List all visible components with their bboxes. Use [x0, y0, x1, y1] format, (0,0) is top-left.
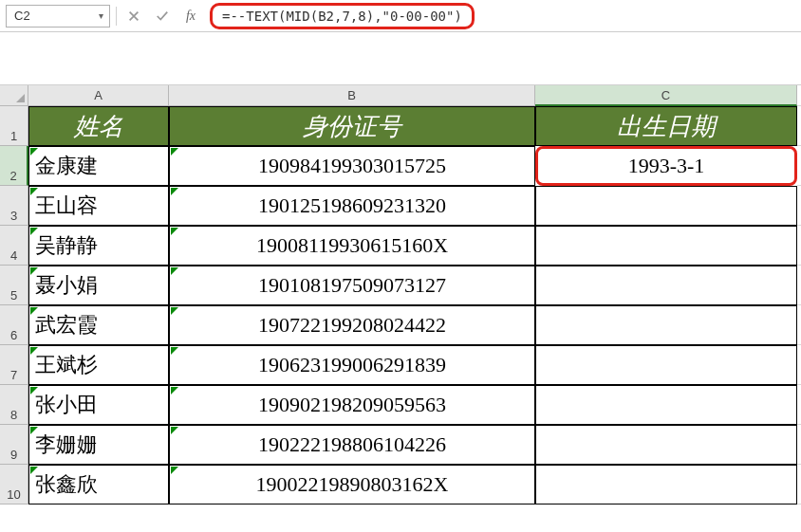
formula-bar: C2 ▾ fx =--TEXT(MID(B2,7,8),"0-00-00"): [0, 0, 801, 32]
row-head-4[interactable]: 4: [0, 226, 28, 266]
cell-B5[interactable]: 190108197509073127: [169, 266, 535, 305]
row-head-1[interactable]: 1: [0, 106, 28, 146]
cell-B3[interactable]: 190125198609231320: [169, 186, 535, 226]
cell-A5[interactable]: 聂小娟: [28, 266, 169, 305]
cell-C9[interactable]: [535, 425, 797, 465]
row-tail: [797, 266, 801, 305]
header-name[interactable]: 姓名: [28, 106, 169, 146]
header-id[interactable]: 身份证号: [169, 106, 535, 146]
row-head-8[interactable]: 8: [0, 385, 28, 425]
name-box-text: C2: [10, 9, 97, 23]
name-box[interactable]: C2 ▾: [6, 5, 110, 28]
cell-A10[interactable]: 张鑫欣: [28, 465, 169, 504]
row-head-2[interactable]: 2: [0, 146, 28, 186]
cell-C8[interactable]: [535, 385, 797, 425]
cell-C5[interactable]: [535, 266, 797, 305]
col-head-C[interactable]: C: [535, 85, 797, 106]
accept-formula-icon[interactable]: [151, 5, 174, 28]
cell-B10[interactable]: 19002219890803162X: [169, 465, 535, 504]
select-all-corner[interactable]: [0, 85, 28, 106]
row-tail: [797, 106, 801, 146]
cell-B8[interactable]: 190902198209059563: [169, 385, 535, 425]
col-head-tail: [797, 85, 801, 106]
chevron-down-icon[interactable]: ▾: [97, 10, 105, 21]
cell-B6[interactable]: 190722199208024422: [169, 305, 535, 345]
row-head-7[interactable]: 7: [0, 345, 28, 385]
row-tail: [797, 186, 801, 226]
row-tail: [797, 465, 801, 504]
cell-C2[interactable]: 1993-3-1: [535, 146, 797, 186]
cell-C6[interactable]: [535, 305, 797, 345]
header-date[interactable]: 出生日期: [535, 106, 797, 146]
cell-A7[interactable]: 王斌杉: [28, 345, 169, 385]
row-tail: [797, 345, 801, 385]
cell-A9[interactable]: 李姗姗: [28, 425, 169, 465]
row-tail: [797, 226, 801, 266]
fx-icon[interactable]: fx: [179, 5, 202, 28]
separator: [116, 7, 117, 26]
row-head-9[interactable]: 9: [0, 425, 28, 465]
cell-A4[interactable]: 吴静静: [28, 226, 169, 266]
row-tail: [797, 385, 801, 425]
cell-A2[interactable]: 金康建: [28, 146, 169, 186]
row-head-3[interactable]: 3: [0, 186, 28, 226]
cell-C4[interactable]: [535, 226, 797, 266]
formula-input[interactable]: =--TEXT(MID(B2,7,8),"0-00-00"): [222, 9, 462, 24]
row-tail: [797, 146, 801, 186]
cell-C10[interactable]: [535, 465, 797, 504]
cell-A8[interactable]: 张小田: [28, 385, 169, 425]
cell-C3[interactable]: [535, 186, 797, 226]
row-head-6[interactable]: 6: [0, 305, 28, 345]
row-tail: [797, 425, 801, 465]
cell-B4[interactable]: 19008119930615160X: [169, 226, 535, 266]
cell-A6[interactable]: 武宏霞: [28, 305, 169, 345]
row-tail: [797, 305, 801, 345]
cancel-formula-icon[interactable]: [122, 5, 145, 28]
cell-B9[interactable]: 190222198806104226: [169, 425, 535, 465]
cell-B7[interactable]: 190623199006291839: [169, 345, 535, 385]
col-head-A[interactable]: A: [28, 85, 169, 106]
spreadsheet-grid[interactable]: A B C 1 姓名 身份证号 出生日期 2 金康建 1909841993030…: [0, 85, 801, 504]
row-head-10[interactable]: 10: [0, 465, 28, 504]
row-head-5[interactable]: 5: [0, 266, 28, 305]
formula-input-highlight: =--TEXT(MID(B2,7,8),"0-00-00"): [210, 3, 475, 29]
cell-B2[interactable]: 190984199303015725: [169, 146, 535, 186]
formula-expand-area: [0, 32, 801, 85]
col-head-B[interactable]: B: [169, 85, 535, 106]
cell-A3[interactable]: 王山容: [28, 186, 169, 226]
cell-C7[interactable]: [535, 345, 797, 385]
